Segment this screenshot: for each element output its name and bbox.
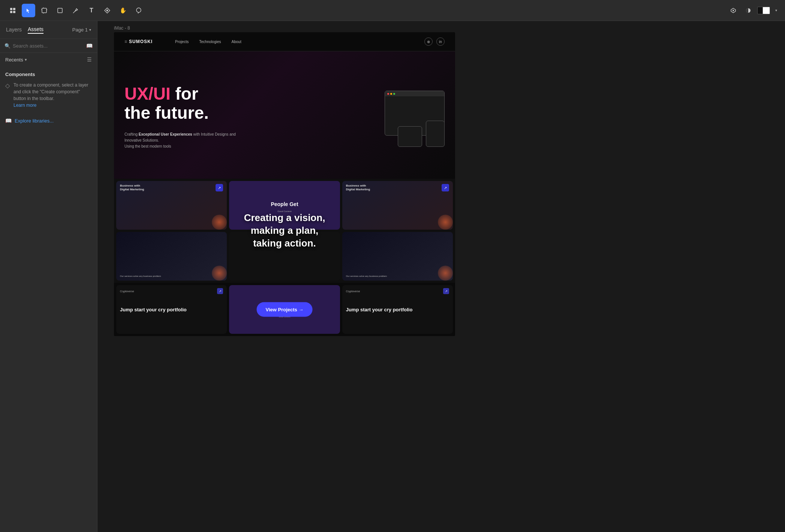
components-info: ◇ To create a component, select a layer … [5, 82, 92, 109]
vp-label2: Cryptoverse [346, 290, 360, 293]
component-icon: ◇ [5, 82, 10, 89]
svg-rect-0 [10, 8, 12, 10]
hero-text: UX/UI for the future. Crafting Exception… [124, 84, 370, 149]
recents-row[interactable]: Recents ▾ ☰ [0, 53, 97, 66]
svg-rect-3 [13, 11, 15, 13]
color-swatch[interactable] [757, 7, 770, 14]
card4-bottom: Our services solve any business problem [120, 275, 161, 278]
canvas: iMac - 8 ≡ SUMOSKI Projects Technologies… [97, 21, 785, 532]
logo-text: SUMOSKI [129, 39, 153, 44]
hero-section: UX/UI for the future. Crafting Exception… [114, 51, 455, 179]
sidebar: Layers Assets Page 1 ▾ 🔍 📖 Recents ▾ ☰ C… [0, 21, 97, 532]
vp-icon3: ↗ [443, 288, 449, 294]
frame-label: iMac - 8 [114, 25, 130, 31]
book-icon: 📖 [86, 43, 93, 49]
vp-card-3: Cryptoverse ↗ Jump start your cry portfo… [342, 285, 453, 334]
project-card-5 [229, 232, 340, 281]
dot-green [393, 93, 395, 95]
swatch-dropdown[interactable]: ▾ [773, 4, 779, 17]
explore-libraries[interactable]: 📖 Explore libraries... [0, 112, 97, 129]
svg-line-10 [73, 12, 74, 13]
website-nav: ≡ SUMOSKI Projects Technologies About ⊗ … [114, 32, 455, 51]
project-card-3: Business with Digital Marketing ↗ [342, 181, 453, 230]
pen-tool-button[interactable] [69, 4, 82, 17]
tab-layers[interactable]: Layers [6, 27, 22, 33]
hero-desc-line2: Using the best modern tools [124, 144, 171, 148]
explore-libraries-label: Explore libraries... [15, 118, 54, 124]
vp-jump-text: Jump start your cry portfolio [116, 303, 227, 317]
text-tool-button[interactable]: T [85, 4, 98, 17]
vp-jump-text2: Jump start your cry portfolio [342, 303, 453, 317]
toolbar: T ✋ [0, 0, 785, 21]
search-input[interactable] [13, 43, 84, 49]
hero-desc-bold: Exceptional User Experiences [139, 132, 192, 136]
sidebar-tabs: Layers Assets Page 1 ▾ [0, 21, 97, 39]
linkedin-icon: in [436, 37, 445, 46]
hero-ux-text: UX/UI [124, 84, 171, 103]
background-swatch [763, 7, 770, 14]
website-logo: ≡ SUMOSKI [124, 39, 153, 44]
view-projects-button[interactable]: View Projects → [257, 302, 313, 317]
shape-tool-button[interactable] [53, 4, 67, 17]
card1-title: Business with Digital Marketing [120, 184, 150, 192]
main-layout: Layers Assets Page 1 ▾ 🔍 📖 Recents ▾ ☰ C… [0, 21, 785, 532]
project-card-6: Our services solve any business problem [342, 232, 453, 281]
nav-about: About [232, 40, 241, 44]
vp-card1-header: Cryptoverse ↗ [116, 285, 227, 296]
cards-section: Creating a vision, making a plan, taking… [114, 179, 455, 283]
svg-rect-1 [13, 8, 15, 10]
project-card-2: People Get Good Content [229, 181, 340, 230]
svg-point-13 [136, 8, 141, 12]
card2-subtitle: Good Content [277, 210, 291, 212]
list-view-icon[interactable]: ☰ [87, 57, 92, 63]
comment-tool-button[interactable] [132, 4, 145, 17]
nav-technologies: Technologies [199, 40, 221, 44]
project-card-1: Business with Digital Marketing ↗ [116, 181, 227, 230]
view-projects-btn-container: View Projects → [257, 302, 313, 317]
plugins-button[interactable] [727, 4, 739, 16]
page-label: Page 1 [72, 27, 88, 33]
frame-tool-button[interactable] [37, 4, 51, 17]
design-frame: ≡ SUMOSKI Projects Technologies About ⊗ … [114, 32, 455, 336]
card2-title: People Get [268, 198, 301, 210]
vp-label1: Cryptoverse [120, 290, 134, 293]
toolbar-right: ▾ [727, 4, 779, 17]
hero-desc-prefix: Crafting [124, 132, 139, 136]
card6-blob [438, 266, 453, 281]
select-tool-button[interactable] [22, 4, 35, 17]
svg-rect-4 [42, 8, 46, 13]
learn-more-link[interactable]: Learn more [13, 103, 36, 108]
device-main-header [385, 91, 444, 96]
search-area: 🔍 📖 [0, 39, 97, 53]
device-tablet [426, 121, 445, 147]
card1-blob [212, 215, 227, 230]
components-tool-button[interactable] [100, 4, 114, 17]
card1-header: Business with Digital Marketing ↗ [116, 181, 227, 193]
hero-for-text: for [171, 84, 198, 103]
dot-red [387, 93, 389, 95]
hero-title: UX/UI for the future. [124, 84, 370, 122]
card3-title: Business with Digital Marketing [346, 184, 376, 192]
page-selector[interactable]: Page 1 ▾ [72, 27, 91, 33]
tab-assets[interactable]: Assets [28, 26, 43, 34]
card4-blob [212, 266, 227, 281]
toolbar-tools: T ✋ [6, 4, 145, 17]
hero-line2: the future. [124, 103, 209, 123]
main-menu-button[interactable] [6, 4, 19, 17]
recents-text: Recents [5, 57, 23, 63]
contrast-button[interactable] [742, 4, 754, 16]
card3-blob [438, 215, 453, 230]
svg-rect-9 [58, 8, 62, 13]
device-small [398, 126, 422, 147]
svg-rect-2 [10, 11, 12, 13]
card1-icon: ↗ [216, 184, 223, 191]
hero-visual [370, 87, 445, 147]
nav-projects: Projects [175, 40, 189, 44]
project-card-4: Our services solve any business problem [116, 232, 227, 281]
svg-point-16 [733, 10, 734, 11]
book-open-icon: 📖 [5, 118, 12, 124]
github-icon: ⊗ [424, 37, 433, 46]
hand-tool-button[interactable]: ✋ [116, 4, 130, 17]
page-dropdown-icon: ▾ [89, 28, 91, 32]
svg-marker-12 [106, 9, 108, 12]
